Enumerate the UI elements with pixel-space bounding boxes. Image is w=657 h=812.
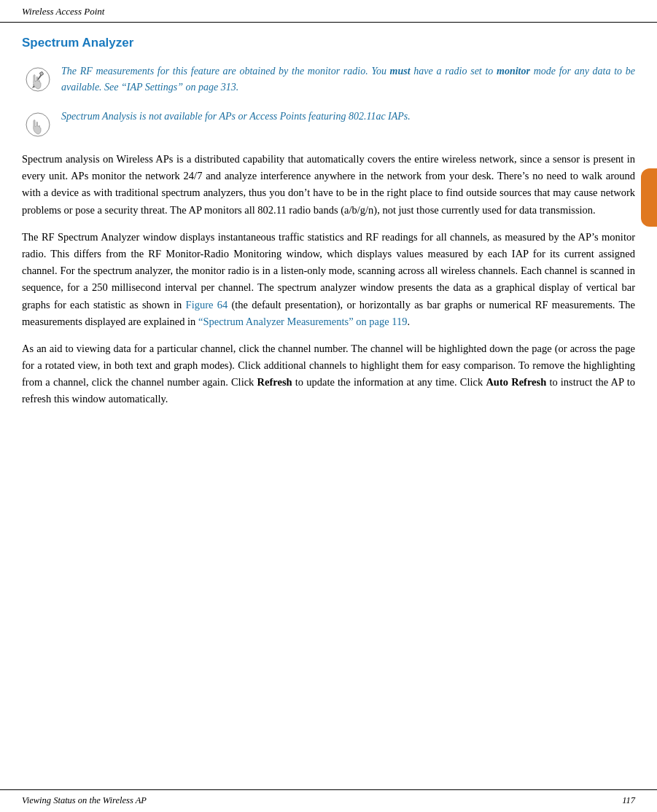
side-tab [641, 168, 657, 227]
note-box-2: Spectrum Analysis is not available for A… [22, 106, 635, 144]
body-para-2: The RF Spectrum Analyzer window displays… [22, 229, 635, 330]
note-text-2: Spectrum Analysis is not available for A… [61, 109, 411, 125]
note-icon-1 [22, 63, 54, 95]
note-icon-2 [22, 109, 54, 141]
note-box-1: The RF measurements for this feature are… [22, 60, 635, 98]
note-text-1: The RF measurements for this feature are… [61, 63, 635, 95]
body-para-3: As an aid to viewing data for a particul… [22, 340, 635, 408]
footer-right: 117 [622, 795, 635, 806]
page-header: Wireless Access Point [0, 0, 657, 23]
footer-left: Viewing Status on the Wireless AP [22, 795, 147, 806]
page-footer: Viewing Status on the Wireless AP 117 [0, 789, 657, 812]
section-title: Spectrum Analyzer [22, 36, 635, 50]
svg-rect-3 [39, 71, 44, 76]
pencil-icon [25, 66, 51, 93]
content-area: Spectrum Analyzer The RF measu [0, 23, 657, 789]
spectrum-analyzer-link[interactable]: “Spectrum Analyzer Measurements” on page… [198, 316, 408, 327]
figure64-link[interactable]: Figure 64 [186, 299, 228, 311]
body-para-1: Spectrum analysis on Wireless APs is a d… [22, 151, 635, 219]
page-container: Wireless Access Point Spectrum Analyzer [0, 0, 657, 812]
header-title: Wireless Access Point [22, 6, 104, 17]
pencil-icon-2 [25, 112, 51, 138]
